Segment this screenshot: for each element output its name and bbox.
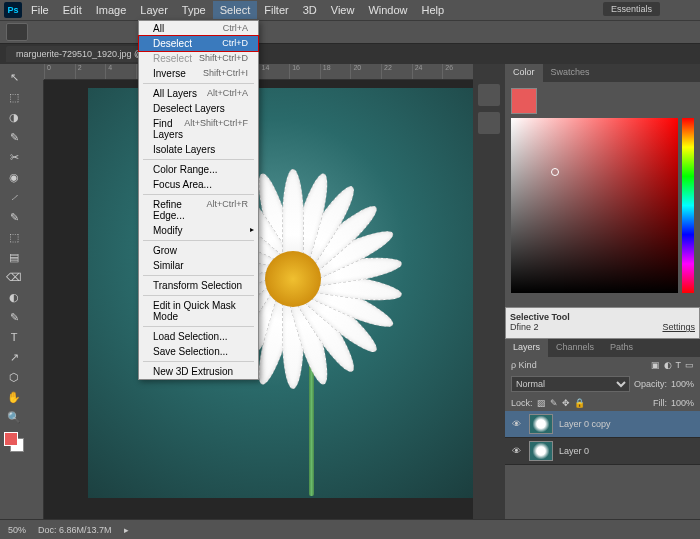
lock-transparency-icon[interactable]: ▨: [537, 398, 546, 408]
fill-value[interactable]: 100%: [671, 398, 694, 408]
tool-14[interactable]: ↗: [4, 348, 24, 366]
foreground-swatch[interactable]: [511, 88, 537, 114]
menu-item-color-range-[interactable]: Color Range...: [139, 162, 258, 177]
saturation-brightness-field[interactable]: [511, 118, 678, 293]
tool-12[interactable]: ✎: [4, 308, 24, 326]
menu-item-deselect[interactable]: DeselectCtrl+D: [139, 36, 258, 51]
menu-item-isolate-layers[interactable]: Isolate Layers: [139, 142, 258, 157]
hue-slider[interactable]: [682, 118, 694, 293]
fg-color[interactable]: [4, 432, 18, 446]
menu-type[interactable]: Type: [175, 1, 213, 19]
menu-item-inverse[interactable]: InverseShift+Ctrl+I: [139, 66, 258, 81]
tool-0[interactable]: ↖: [4, 68, 24, 86]
menu-item-refine-edge-[interactable]: Refine Edge...Alt+Ctrl+R: [139, 197, 258, 223]
menu-item-find-layers[interactable]: Find LayersAlt+Shift+Ctrl+F: [139, 116, 258, 142]
tool-7[interactable]: ✎: [4, 208, 24, 226]
menu-item-new-d-extrusion[interactable]: New 3D Extrusion: [139, 364, 258, 379]
select-menu-dropdown: AllCtrl+ADeselectCtrl+DReselectShift+Ctr…: [138, 20, 259, 380]
menu-filter[interactable]: Filter: [257, 1, 295, 19]
fg-bg-colors[interactable]: [4, 432, 24, 452]
nik-settings-link[interactable]: Settings: [662, 322, 695, 332]
menu-layer[interactable]: Layer: [133, 1, 175, 19]
tool-6[interactable]: ⟋: [4, 188, 24, 206]
tool-1[interactable]: ⬚: [4, 88, 24, 106]
menu-separator: [143, 194, 254, 195]
tab-channels[interactable]: Channels: [548, 339, 602, 357]
tool-15[interactable]: ⬡: [4, 368, 24, 386]
tool-9[interactable]: ▤: [4, 248, 24, 266]
status-arrow-icon[interactable]: ▸: [124, 525, 129, 535]
menu-item-modify[interactable]: Modify: [139, 223, 258, 238]
menu-separator: [143, 83, 254, 84]
filter-icon[interactable]: ▣: [651, 360, 660, 370]
menu-item-transform-selection[interactable]: Transform Selection: [139, 278, 258, 293]
right-panel-dock: Color Swatches Selective Tool Dfine 2 Se…: [505, 64, 700, 519]
fill-label: Fill:: [653, 398, 667, 408]
menu-separator: [143, 361, 254, 362]
layers-panel: ρ Kind ▣ ◐ T ▭ Normal Opacity: 100% Lock…: [505, 357, 700, 519]
lock-pixels-icon[interactable]: ✎: [550, 398, 558, 408]
properties-panel-icon[interactable]: [478, 112, 500, 134]
zoom-level[interactable]: 50%: [8, 525, 26, 535]
filter-icon[interactable]: T: [676, 360, 682, 370]
tool-4[interactable]: ✂: [4, 148, 24, 166]
tool-16[interactable]: ✋: [4, 388, 24, 406]
lock-position-icon[interactable]: ✥: [562, 398, 570, 408]
tool-8[interactable]: ⬚: [4, 228, 24, 246]
options-bar: ige...: [0, 20, 700, 44]
layer-row[interactable]: 👁 Layer 0 copy: [505, 411, 700, 438]
layers-panel-tabs: Layers Channels Paths: [505, 339, 700, 357]
menu-window[interactable]: Window: [361, 1, 414, 19]
filter-icon[interactable]: ◐: [664, 360, 672, 370]
tab-color[interactable]: Color: [505, 64, 543, 82]
blend-mode-select[interactable]: Normal: [511, 376, 630, 392]
menu-view[interactable]: View: [324, 1, 362, 19]
workspace-switcher[interactable]: Essentials: [603, 2, 660, 16]
tool-3[interactable]: ✎: [4, 128, 24, 146]
lock-label: Lock:: [511, 398, 533, 408]
color-cursor[interactable]: [551, 168, 559, 176]
visibility-icon[interactable]: 👁: [509, 446, 523, 456]
history-panel-icon[interactable]: [478, 84, 500, 106]
nik-selective-tool-panel[interactable]: Selective Tool Dfine 2 Settings: [505, 307, 700, 339]
menu-3d[interactable]: 3D: [296, 1, 324, 19]
menu-item-focus-area-[interactable]: Focus Area...: [139, 177, 258, 192]
tab-swatches[interactable]: Swatches: [543, 64, 598, 82]
lock-all-icon[interactable]: 🔒: [574, 398, 585, 408]
menu-select[interactable]: Select: [213, 1, 258, 19]
tool-5[interactable]: ◉: [4, 168, 24, 186]
layer-thumbnail[interactable]: [529, 414, 553, 434]
tool-13[interactable]: T: [4, 328, 24, 346]
flower-center: [265, 251, 321, 307]
filter-icon[interactable]: ▭: [685, 360, 694, 370]
menu-item-similar[interactable]: Similar: [139, 258, 258, 273]
tool-10[interactable]: ⌫: [4, 268, 24, 286]
ruler-vertical[interactable]: [28, 80, 44, 519]
layer-thumbnail[interactable]: [529, 441, 553, 461]
tool-11[interactable]: ◐: [4, 288, 24, 306]
tool-2[interactable]: ◑: [4, 108, 24, 126]
menu-help[interactable]: Help: [415, 1, 452, 19]
menubar: Ps FileEditImageLayerTypeSelectFilter3DV…: [0, 0, 700, 20]
visibility-icon[interactable]: 👁: [509, 419, 523, 429]
menu-image[interactable]: Image: [89, 1, 134, 19]
tool-17[interactable]: 🔍: [4, 408, 24, 426]
menu-item-grow[interactable]: Grow: [139, 243, 258, 258]
menu-item-load-selection-[interactable]: Load Selection...: [139, 329, 258, 344]
menu-file[interactable]: File: [24, 1, 56, 19]
tab-layers[interactable]: Layers: [505, 339, 548, 357]
doc-size[interactable]: Doc: 6.86M/13.7M: [38, 525, 112, 535]
opacity-value[interactable]: 100%: [671, 379, 694, 389]
menu-item-all-layers[interactable]: All LayersAlt+Ctrl+A: [139, 86, 258, 101]
ruler-origin[interactable]: [28, 64, 44, 80]
menu-edit[interactable]: Edit: [56, 1, 89, 19]
layer-name[interactable]: Layer 0 copy: [559, 419, 611, 429]
menu-item-save-selection-[interactable]: Save Selection...: [139, 344, 258, 359]
layer-row[interactable]: 👁 Layer 0: [505, 438, 700, 465]
menu-item-edit-in-quick-mask-mode[interactable]: Edit in Quick Mask Mode: [139, 298, 258, 324]
tool-preset-icon[interactable]: [6, 23, 28, 41]
layer-name[interactable]: Layer 0: [559, 446, 589, 456]
tab-paths[interactable]: Paths: [602, 339, 641, 357]
menu-item-all[interactable]: AllCtrl+A: [139, 21, 258, 36]
menu-item-deselect-layers[interactable]: Deselect Layers: [139, 101, 258, 116]
